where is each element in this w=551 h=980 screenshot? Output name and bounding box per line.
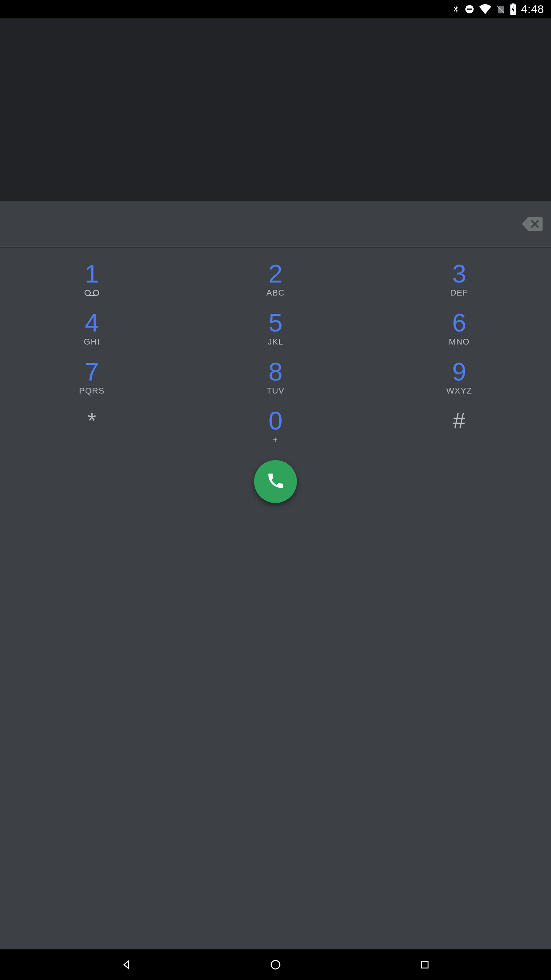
key-digit: 1	[85, 261, 99, 286]
key-digit: 0	[269, 408, 283, 433]
key-letters: TUV	[267, 386, 285, 396]
call-button[interactable]	[254, 460, 297, 503]
key-2[interactable]: 2 ABC	[184, 255, 314, 304]
call-row	[0, 451, 314, 551]
key-letters: PQRS	[79, 386, 104, 396]
key-letters: ABC	[266, 288, 285, 298]
key-digit: 4	[85, 310, 99, 335]
contacts-background	[0, 18, 314, 201]
key-8[interactable]: 8 TUV	[184, 353, 314, 402]
dialpad: 1 2 ABC 3 DEF 4 GHI 5 J	[0, 248, 314, 551]
key-digit: 8	[269, 359, 283, 384]
key-5[interactable]: 5 JKL	[184, 304, 314, 353]
svg-point-4	[85, 290, 90, 296]
voicemail-icon	[84, 288, 99, 298]
status-bar: 4:48	[0, 0, 314, 18]
key-letters: JKL	[268, 337, 284, 347]
dialpad-grid: 1 2 ABC 3 DEF 4 GHI 5 J	[0, 255, 314, 451]
phone-icon	[267, 472, 284, 491]
key-7[interactable]: 7 PQRS	[0, 353, 184, 402]
key-digit: 5	[269, 310, 283, 335]
key-digit: 7	[85, 359, 99, 384]
key-1[interactable]: 1	[0, 255, 184, 304]
key-letters: GHI	[84, 337, 100, 347]
svg-point-5	[93, 290, 99, 296]
key-digit: 2	[269, 261, 283, 286]
dialer-app: 1 2 ABC 3 DEF 4 GHI 5 J	[0, 18, 314, 551]
key-0[interactable]: 0 +	[184, 402, 314, 451]
key-4[interactable]: 4 GHI	[0, 304, 184, 353]
key-letters: +	[273, 435, 278, 445]
key-digit: *	[88, 410, 96, 432]
number-entry-bar	[0, 201, 314, 247]
key-star[interactable]: *	[0, 402, 184, 451]
